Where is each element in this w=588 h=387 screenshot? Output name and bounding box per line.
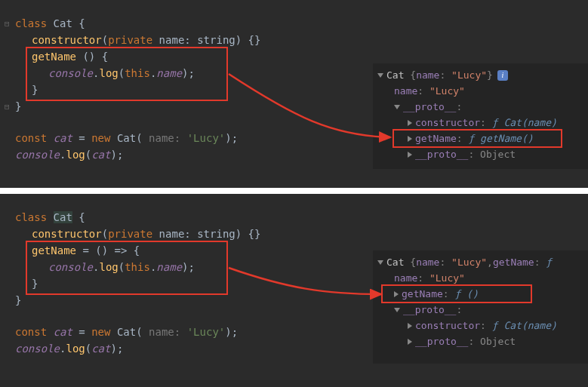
disclosure-down-icon[interactable] bbox=[394, 105, 400, 109]
disclosure-down-icon[interactable] bbox=[394, 308, 400, 312]
editor-top[interactable]: ⊟ class Cat { constructor(private name: … bbox=[0, 0, 370, 170]
fold-icon[interactable]: ⊟ bbox=[5, 99, 10, 115]
code-line: console.log(this.name); bbox=[15, 65, 362, 81]
disclosure-right-icon[interactable] bbox=[408, 339, 412, 345]
disclosure-down-icon[interactable] bbox=[377, 260, 383, 265]
tree-row-getname[interactable]: getName: ƒ getName() bbox=[377, 131, 583, 146]
code-line: getName = () => { bbox=[15, 242, 362, 259]
code-line: } bbox=[15, 98, 362, 115]
devtools-console-top[interactable]: Cat {name: "Lucy"}i name: "Lucy" __proto… bbox=[373, 63, 588, 169]
code-line: console.log(cat); bbox=[15, 340, 362, 357]
code-line: const cat = new Cat( name: 'Lucy'); bbox=[15, 324, 362, 340]
disclosure-right-icon[interactable] bbox=[408, 120, 412, 126]
panel-method-on-prototype: ⊟ class Cat { constructor(private name: … bbox=[0, 0, 588, 188]
tree-row[interactable]: constructor: ƒ Cat(name) bbox=[377, 115, 583, 131]
tree-row-root[interactable]: Cat {name: "Lucy"}i bbox=[377, 67, 583, 83]
tree-row-root[interactable]: Cat {name: "Lucy", getName: ƒ bbox=[377, 254, 583, 270]
code-line: } bbox=[15, 81, 362, 98]
code-line: } bbox=[15, 275, 362, 292]
code-line: const cat = new Cat( name: 'Lucy'); bbox=[15, 130, 362, 146]
disclosure-right-icon[interactable] bbox=[408, 136, 412, 142]
tree-row[interactable]: constructor: ƒ Cat(name) bbox=[377, 318, 583, 333]
tree-row-proto[interactable]: __proto__: bbox=[377, 302, 583, 318]
info-badge-icon[interactable]: i bbox=[497, 70, 508, 81]
code-line: constructor(private name: string) {} bbox=[15, 226, 362, 242]
disclosure-down-icon[interactable] bbox=[377, 73, 383, 78]
tree-row[interactable]: name: "Lucy" bbox=[377, 270, 583, 286]
panel-arrow-function-property: class Cat { constructor(private name: st… bbox=[0, 194, 588, 387]
code-line: class Cat { bbox=[15, 15, 362, 32]
code-line: constructor(private name: string) {} bbox=[15, 32, 362, 48]
fold-icon[interactable]: ⊟ bbox=[5, 16, 10, 32]
editor-bottom[interactable]: class Cat { constructor(private name: st… bbox=[0, 194, 370, 364]
disclosure-right-icon[interactable] bbox=[408, 152, 412, 158]
code-line: getName () { bbox=[15, 48, 362, 65]
tree-row-proto[interactable]: __proto__: bbox=[377, 99, 583, 115]
code-line: console.log(this.name); bbox=[15, 259, 362, 275]
code-line: } bbox=[15, 292, 362, 309]
devtools-console-bottom[interactable]: Cat {name: "Lucy", getName: ƒ name: "Luc… bbox=[373, 250, 588, 364]
tree-row-getname[interactable]: getName: ƒ () bbox=[377, 286, 583, 302]
tree-row[interactable]: __proto__: Object bbox=[377, 333, 583, 349]
tree-row[interactable]: name: "Lucy" bbox=[377, 83, 583, 99]
code-line: class Cat { bbox=[15, 209, 362, 226]
disclosure-right-icon[interactable] bbox=[408, 323, 412, 329]
tree-row[interactable]: __proto__: Object bbox=[377, 146, 583, 162]
disclosure-right-icon[interactable] bbox=[394, 291, 399, 297]
code-line: console.log(cat); bbox=[15, 146, 362, 163]
